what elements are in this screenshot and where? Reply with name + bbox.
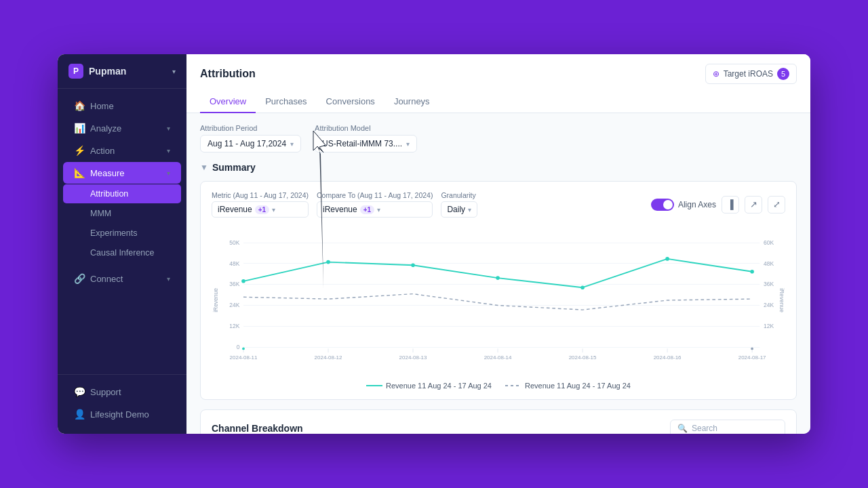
svg-text:2024-08-11: 2024-08-11 [230,354,258,361]
svg-text:50K: 50K [229,239,239,246]
tab-overview[interactable]: Overview [200,91,256,113]
svg-point-41 [751,348,753,350]
sidebar-item-label: Action [90,146,161,156]
compare-badge: +1 [360,205,374,214]
support-icon: 💬 [74,386,85,397]
attribution-model-label: Attribution Model [315,124,417,132]
chart-svg-wrap: 50K 48K 36K 24K 12K 0 60K 48K 36K 24K 12… [212,226,785,378]
granularity-dropdown[interactable]: Daily ▾ [441,201,477,218]
sidebar-item-attribution[interactable]: Attribution [63,184,181,203]
granularity-control: Granularity Daily ▾ [441,191,477,218]
attribution-model-group: Attribution Model US-Retail-iMMM 73.... … [315,124,417,152]
line-chart-icon-btn[interactable]: ↗ [745,196,762,214]
connect-icon: 🔗 [74,273,85,284]
attribution-period-label: Attribution Period [200,124,301,132]
logo-chevron-icon: ▾ [172,68,176,75]
sidebar-item-support[interactable]: 💬 Support [63,381,181,403]
svg-text:iRevenue: iRevenue [212,288,219,312]
sidebar-item-label: Connect [90,274,161,284]
target-roas-button[interactable]: ⊕ Target iROAS 5 [705,64,797,84]
sidebar-item-home[interactable]: 🏠 Home [63,95,181,117]
svg-text:0: 0 [237,344,240,350]
collapse-icon[interactable]: ▼ [200,163,208,172]
legend-dashed-label: Revenue 11 Aug 24 - 17 Aug 24 [525,382,631,390]
svg-point-24 [665,257,669,261]
svg-text:2024-08-14: 2024-08-14 [484,354,512,361]
sidebar-item-measure[interactable]: 📐 Measure ▾ [63,162,181,184]
legend-line-solid [366,385,382,386]
metric-badge: +1 [255,205,269,214]
sidebar-footer: 💬 Support 👤 Lifesight Demo [58,374,186,434]
user-icon: 👤 [74,409,85,420]
sidebar-item-label: Analyze [90,123,161,134]
target-roas-label: Target iROAS [724,69,773,79]
sidebar-item-label: Home [90,101,170,111]
svg-text:36K: 36K [229,281,239,287]
sidebar-item-causal-inference[interactable]: Causal Inference [63,243,181,262]
svg-text:48K: 48K [229,260,239,267]
expand-icon-btn[interactable]: ⤢ [768,196,785,214]
target-roas-icon: ⊕ [713,69,719,79]
expand-icon: ⤢ [773,199,781,209]
legend-dashed: Revenue 11 Aug 24 - 17 Aug 24 [505,382,631,390]
chevron-down-icon: ▾ [167,125,170,132]
bar-chart-icon-btn[interactable]: ▐ [722,196,739,214]
compare-dropdown[interactable]: iRevenue +1 ▾ [317,201,433,218]
chevron-down-icon: ▾ [167,275,170,283]
svg-point-23 [580,285,585,289]
sidebar-logo[interactable]: P Pupman ▾ [58,54,186,89]
search-icon: 🔍 [677,424,688,433]
attribution-period-group: Attribution Period Aug 11 - Aug 17,2024 … [200,124,301,152]
chart-legend: Revenue 11 Aug 24 - 17 Aug 24 Revenue 11… [212,382,785,390]
align-axes-label: Align Axes [678,200,716,209]
chart-container: Metric (Aug 11 - Aug 17, 2024) iRevenue … [200,181,797,400]
search-box[interactable]: 🔍 Search [670,420,785,434]
chevron-down-icon: ▾ [290,140,294,148]
tabs-nav: Overview Purchases Conversions Journeys [200,91,797,113]
metric-dropdown[interactable]: iRevenue +1 ▾ [212,201,309,218]
sidebar-item-user[interactable]: 👤 Lifesight Demo [63,403,181,425]
sidebar-item-connect[interactable]: 🔗 Connect ▾ [63,268,181,289]
tab-journeys[interactable]: Journeys [384,91,439,113]
tab-purchases[interactable]: Purchases [256,91,316,113]
sidebar-nav: 🏠 Home 📊 Analyze ▾ ⚡ Action ▾ 📐 Measure … [58,89,186,374]
svg-point-22 [496,276,500,280]
chevron-down-icon: ▾ [272,206,275,214]
sidebar: P Pupman ▾ 🏠 Home 📊 Analyze ▾ ⚡ Action ▾… [58,54,186,434]
compare-control: Compare To (Aug 11 - Aug 17, 2024) iReve… [317,191,433,218]
causal-inference-label: Causal Inference [90,248,155,258]
sidebar-item-analyze[interactable]: 📊 Analyze ▾ [63,117,181,139]
svg-point-40 [242,348,245,350]
granularity-value: Daily [447,205,465,214]
attribution-model-select[interactable]: US-Retail-iMMM 73.... ▾ [315,135,417,152]
logo-icon: P [68,64,83,79]
chevron-down-icon: ▾ [468,206,471,214]
action-icon: ⚡ [74,145,85,156]
chevron-down-icon: ▾ [167,169,170,177]
svg-text:iRevenue: iRevenue [778,288,785,312]
toggle-switch[interactable] [651,199,674,211]
analyze-icon: 📊 [74,123,85,134]
page-body: Attribution Period Aug 11 - Aug 17,2024 … [186,113,810,434]
tab-conversions[interactable]: Conversions [317,91,384,113]
svg-text:2024-08-17: 2024-08-17 [738,354,766,361]
sidebar-item-mmm[interactable]: MMM [63,204,181,223]
svg-text:24K: 24K [229,302,239,308]
svg-text:12K: 12K [229,323,239,329]
sidebar-item-experiments[interactable]: Experiments [63,224,181,243]
attribution-period-select[interactable]: Aug 11 - Aug 17,2024 ▾ [200,135,301,152]
sidebar-item-action[interactable]: ⚡ Action ▾ [63,140,181,161]
svg-point-25 [750,270,754,274]
channel-header: Channel Breakdown 🔍 Search [212,420,785,434]
chart-svg: 50K 48K 36K 24K 12K 0 60K 48K 36K 24K 12… [212,226,785,375]
svg-text:12K: 12K [764,323,774,329]
chart-controls: Metric (Aug 11 - Aug 17, 2024) iRevenue … [212,191,785,218]
svg-text:60K: 60K [764,239,774,246]
svg-text:48K: 48K [764,260,774,267]
compare-label: Compare To (Aug 11 - Aug 17, 2024) [317,191,433,199]
bar-chart-icon: ▐ [727,199,733,209]
align-axes-toggle[interactable]: Align Axes [651,199,716,211]
chevron-down-icon: ▾ [377,206,380,214]
metric-label: Metric (Aug 11 - Aug 17, 2024) [212,191,309,199]
chart-actions: Align Axes ▐ ↗ ⤢ [651,196,785,214]
